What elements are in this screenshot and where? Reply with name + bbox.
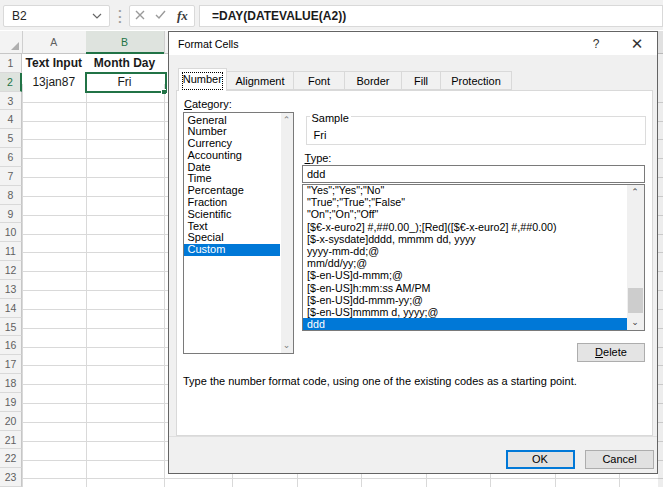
svg-text:fx: fx (177, 8, 188, 23)
